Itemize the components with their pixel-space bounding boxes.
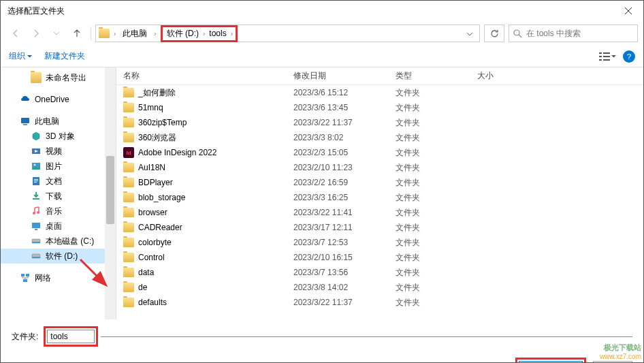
annotation-highlight: 选择文件夹 xyxy=(515,358,586,363)
close-button[interactable] xyxy=(613,1,643,21)
svg-rect-20 xyxy=(35,229,37,230)
tree-item[interactable]: 3D 对象 xyxy=(1,129,116,144)
list-item[interactable]: 51mnq2023/3/6 13:45文件夹 xyxy=(116,100,643,115)
list-item[interactable]: BDPlayer2023/2/2 16:59文件夹 xyxy=(116,175,643,190)
tree-item[interactable]: OneDrive xyxy=(1,92,116,107)
file-list: 名称 修改日期 类型 大小 _如何删除2023/3/6 15:12文件夹51mn… xyxy=(116,67,643,319)
file-type: 文件夹 xyxy=(396,132,477,144)
sidebar-scrollbar[interactable] xyxy=(105,67,116,319)
file-type: 文件夹 xyxy=(396,192,477,204)
tree-item[interactable]: 未命名导出 xyxy=(1,70,116,85)
chevron-right-icon: › xyxy=(202,30,206,37)
main: 未命名导出OneDrive此电脑3D 对象视频图片文档下载音乐桌面本地磁盘 (C… xyxy=(1,67,643,319)
refresh-button[interactable] xyxy=(484,25,504,42)
file-date: 2023/2/10 16:15 xyxy=(293,253,396,262)
tree-item[interactable]: 桌面 xyxy=(1,219,116,234)
file-date: 2023/3/7 13:56 xyxy=(293,268,396,277)
list-item[interactable]: CADReader2023/3/17 12:11文件夹 xyxy=(116,220,643,235)
tree-item[interactable]: 网络 xyxy=(1,270,116,285)
footer: 文件夹: 选择文件夹 取消 xyxy=(1,319,643,363)
tree-item-label: 此电脑 xyxy=(35,116,59,127)
address-bar[interactable]: › 此电脑 › 软件 (D:) › tools › xyxy=(95,25,480,42)
view-options-button[interactable] xyxy=(599,52,616,61)
tree-item[interactable]: 文档 xyxy=(1,174,116,189)
crumb-folder[interactable]: tools xyxy=(206,29,229,38)
file-name: blob_storage xyxy=(138,193,185,202)
annotation-highlight xyxy=(44,326,98,347)
file-date: 2023/2/3 15:05 xyxy=(293,148,396,157)
file-name: BDPlayer xyxy=(138,178,173,187)
list-item[interactable]: IdAdobe InDesign 20222023/2/3 15:05文件夹 xyxy=(116,145,643,160)
file-type: 文件夹 xyxy=(396,177,477,189)
up-button[interactable] xyxy=(67,25,86,42)
list-item[interactable]: Control2023/2/10 16:15文件夹 xyxy=(116,250,643,265)
file-type: 文件夹 xyxy=(396,237,477,249)
titlebar: 选择配置文件夹 xyxy=(1,1,643,21)
tree-item[interactable]: 本地磁盘 (C:) xyxy=(1,234,116,249)
col-header-date[interactable]: 修改日期 xyxy=(293,70,396,82)
svg-rect-16 xyxy=(33,198,39,200)
list-item[interactable]: 360浏览器2023/3/3 8:02文件夹 xyxy=(116,130,643,145)
folder-name-input[interactable] xyxy=(47,330,95,343)
file-date: 2023/3/22 11:41 xyxy=(293,208,396,217)
file-date: 2023/3/6 13:45 xyxy=(293,103,396,112)
tree-item[interactable]: 此电脑 xyxy=(1,114,116,129)
tree-item[interactable]: 图片 xyxy=(1,159,116,174)
list-item[interactable]: 360zip$Temp2023/3/22 11:37文件夹 xyxy=(116,115,643,130)
folder-icon xyxy=(123,163,134,172)
organize-menu[interactable]: 组织 xyxy=(9,50,32,62)
list-item[interactable]: defaults2023/3/22 11:37文件夹 xyxy=(116,295,643,310)
list-item[interactable]: blob_storage2023/3/3 16:25文件夹 xyxy=(116,190,643,205)
tree-item[interactable]: 视频 xyxy=(1,144,116,159)
list-item[interactable]: data2023/3/7 13:56文件夹 xyxy=(116,265,643,280)
tree-item-label: 视频 xyxy=(46,146,62,157)
search-box[interactable]: 在 tools 中搜索 xyxy=(509,25,638,42)
folder-icon xyxy=(123,118,134,127)
svg-rect-8 xyxy=(23,124,27,125)
svg-point-18 xyxy=(37,211,39,214)
list-item[interactable]: AuI18N2023/2/10 11:23文件夹 xyxy=(116,160,643,175)
svg-rect-3 xyxy=(599,56,602,57)
tree-item[interactable]: 软件 (D:) xyxy=(1,249,116,264)
scrollbar-thumb[interactable] xyxy=(106,156,114,224)
file-date: 2023/3/22 11:37 xyxy=(293,298,396,307)
back-button[interactable] xyxy=(6,25,25,42)
folder-icon xyxy=(123,88,134,97)
tree-item-label: 桌面 xyxy=(46,221,62,232)
folder-icon xyxy=(123,223,134,232)
file-type: 文件夹 xyxy=(396,282,477,294)
list-item[interactable]: _如何删除2023/3/6 15:12文件夹 xyxy=(116,85,643,100)
forward-button[interactable] xyxy=(27,25,46,42)
new-folder-button[interactable]: 新建文件夹 xyxy=(44,50,85,62)
tree-item-label: 未命名导出 xyxy=(46,72,86,84)
col-header-type[interactable]: 类型 xyxy=(396,70,477,82)
tree-item[interactable]: 音乐 xyxy=(1,204,116,219)
svg-rect-13 xyxy=(34,179,38,180)
address-dropdown-icon[interactable] xyxy=(463,29,477,38)
file-name: 360zip$Temp xyxy=(138,118,187,127)
crumb-root[interactable]: 此电脑 xyxy=(120,28,150,40)
svg-rect-2 xyxy=(603,52,610,54)
svg-rect-27 xyxy=(23,279,27,282)
list-item[interactable]: colorbyte2023/3/7 12:53文件夹 xyxy=(116,235,643,250)
help-button[interactable]: ? xyxy=(623,50,635,63)
col-header-size[interactable]: 大小 xyxy=(477,70,532,82)
folder-icon xyxy=(123,238,134,247)
crumb-drive[interactable]: 软件 (D:) xyxy=(164,28,202,40)
file-type: 文件夹 xyxy=(396,297,477,309)
folder-icon xyxy=(123,103,134,112)
file-name: 360浏览器 xyxy=(138,132,176,144)
svg-rect-24 xyxy=(32,257,40,258)
list-item[interactable]: browser2023/3/22 11:41文件夹 xyxy=(116,205,643,220)
folder-icon xyxy=(99,29,110,38)
col-header-name[interactable]: 名称 xyxy=(123,70,293,82)
tree-item[interactable]: 下载 xyxy=(1,189,116,204)
file-name: CADReader xyxy=(138,223,182,232)
file-date: 2023/2/10 11:23 xyxy=(293,163,396,172)
file-name: Control xyxy=(138,253,165,262)
file-name: browser xyxy=(138,208,167,217)
recent-dropdown[interactable] xyxy=(47,25,66,42)
annotation-highlight: 软件 (D:) › tools › xyxy=(161,25,238,42)
folder-icon xyxy=(123,193,134,202)
list-item[interactable]: de2023/3/8 14:02文件夹 xyxy=(116,280,643,295)
